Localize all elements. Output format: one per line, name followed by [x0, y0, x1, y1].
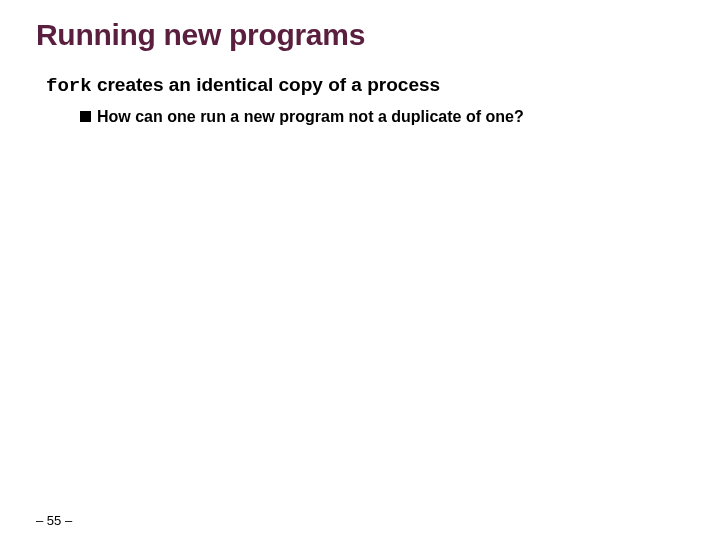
slide: Running new programs fork creates an ide… — [0, 0, 720, 540]
bullet-item: How can one run a new program not a dupl… — [80, 107, 684, 127]
point-text: creates an identical copy of a process — [92, 74, 440, 95]
slide-title: Running new programs — [36, 18, 684, 52]
code-keyword: fork — [46, 75, 92, 97]
point-line: fork creates an identical copy of a proc… — [46, 74, 684, 97]
page-number-value: 55 — [47, 513, 61, 528]
page-prefix: – — [36, 513, 47, 528]
bullet-text: How can one run a new program not a dupl… — [97, 107, 524, 127]
page-number: – 55 – — [36, 513, 72, 528]
page-suffix: – — [61, 513, 72, 528]
square-bullet-icon — [80, 111, 91, 122]
